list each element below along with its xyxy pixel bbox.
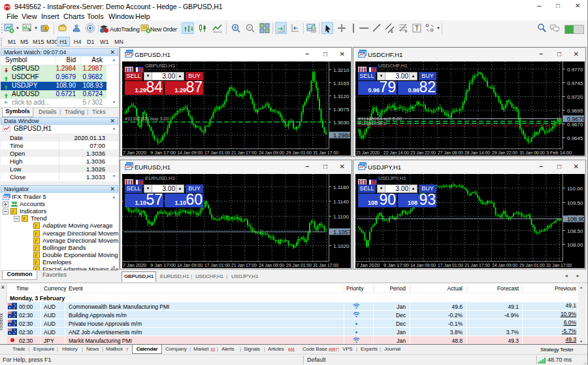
svg-text:0.9770: 0.9770 bbox=[567, 67, 583, 73]
svg-text:108.50: 108.50 bbox=[567, 228, 583, 234]
svg-text:1.1180: 1.1180 bbox=[333, 184, 349, 190]
svg-text:21 Jan 17:00: 21 Jan 17:00 bbox=[231, 262, 257, 268]
svg-text:29 Jan 01:00: 29 Jan 01:00 bbox=[519, 262, 545, 268]
svg-text:23 Jan 22:00: 23 Jan 22:00 bbox=[410, 150, 436, 156]
svg-text:7 Jan 2020: 7 Jan 2020 bbox=[123, 150, 146, 156]
svg-text:17 Jan 01:00: 17 Jan 01:00 bbox=[438, 262, 463, 268]
svg-text:1.3075: 1.3075 bbox=[333, 107, 350, 113]
svg-text:109.50: 109.50 bbox=[567, 200, 583, 206]
svg-text:0.9695: 0.9695 bbox=[567, 108, 583, 114]
svg-text:28 Jan 14:00: 28 Jan 14:00 bbox=[465, 150, 490, 156]
svg-text:27 Jan 06:00: 27 Jan 06:00 bbox=[438, 150, 463, 156]
svg-text:14 Jan 09:00: 14 Jan 09:00 bbox=[177, 262, 203, 268]
svg-text:1.2984: 1.2984 bbox=[333, 132, 351, 139]
svg-text:21 Jan 17:00: 21 Jan 17:00 bbox=[465, 262, 490, 268]
svg-text:$: $ bbox=[44, 26, 47, 31]
svg-text:1.1020: 1.1020 bbox=[333, 243, 350, 249]
svg-text:0.9645: 0.9645 bbox=[567, 135, 583, 141]
svg-text:F: F bbox=[405, 29, 408, 33]
svg-text:9 Jan 17:00: 9 Jan 17:00 bbox=[150, 150, 176, 156]
svg-text:108.90: 108.90 bbox=[567, 216, 585, 222]
svg-text:1.1057: 1.1057 bbox=[333, 229, 351, 235]
svg-text:31 Jan 17:00: 31 Jan 17:00 bbox=[546, 262, 572, 268]
svg-text:31 Jan 17:00: 31 Jan 17:00 bbox=[313, 150, 338, 156]
svg-text:1.3120: 1.3120 bbox=[333, 94, 350, 99]
svg-text:0.9745: 0.9745 bbox=[567, 80, 583, 86]
svg-text:E: E bbox=[391, 29, 393, 33]
svg-text:29 Jan 22:00: 29 Jan 22:00 bbox=[492, 150, 517, 156]
svg-text:24 Jan 09:00: 24 Jan 09:00 bbox=[259, 262, 284, 268]
svg-text:29 Jan 01:00: 29 Jan 01:00 bbox=[286, 150, 312, 156]
svg-text:29 Jan 01:00: 29 Jan 01:00 bbox=[286, 262, 312, 268]
svg-text:0.9679: 0.9679 bbox=[567, 116, 585, 122]
svg-text:14 Jan 09:00: 14 Jan 09:00 bbox=[177, 150, 203, 156]
svg-text:31 Jan 17:00: 31 Jan 17:00 bbox=[313, 262, 338, 268]
svg-text:1.3165: 1.3165 bbox=[333, 80, 350, 86]
svg-text:108.00: 108.00 bbox=[567, 242, 583, 248]
svg-text:1.1100: 1.1100 bbox=[333, 214, 349, 220]
svg-text:1.1140: 1.1140 bbox=[333, 199, 349, 205]
svg-text:1.3030: 1.3030 bbox=[333, 120, 350, 126]
svg-text:0.9720: 0.9720 bbox=[567, 94, 583, 100]
svg-text:T: T bbox=[415, 25, 419, 32]
svg-text:21 Jan 17:00: 21 Jan 17:00 bbox=[231, 150, 257, 156]
svg-text:22 Jan 14:00: 22 Jan 14:00 bbox=[384, 150, 409, 156]
svg-text:#11391956 b: #11391956 b bbox=[358, 120, 386, 126]
svg-text:110.00: 110.00 bbox=[567, 186, 583, 192]
svg-text:17 Jan 01:00: 17 Jan 01:00 bbox=[204, 150, 230, 156]
svg-text:7 Jan 2020: 7 Jan 2020 bbox=[123, 262, 146, 268]
svg-text:#11392303 buy 3.00: #11392303 buy 3.00 bbox=[125, 116, 169, 122]
svg-text:7 Jan 2020: 7 Jan 2020 bbox=[356, 262, 380, 268]
svg-text:1.3210: 1.3210 bbox=[333, 67, 350, 73]
svg-text:21 Jan 2020: 21 Jan 2020 bbox=[356, 150, 380, 156]
svg-text:9 Jan 17:00: 9 Jan 17:00 bbox=[150, 262, 176, 268]
svg-text:14 Jan 09:00: 14 Jan 09:00 bbox=[410, 262, 436, 268]
svg-text:3 Feb 14:00: 3 Feb 14:00 bbox=[546, 150, 572, 156]
svg-text:31 Jan 06:00: 31 Jan 06:00 bbox=[519, 150, 545, 156]
svg-text:24 Jan 09:00: 24 Jan 09:00 bbox=[259, 150, 284, 156]
svg-text:9 Jan 17:00: 9 Jan 17:00 bbox=[384, 262, 410, 268]
svg-text:24 Jan 09:00: 24 Jan 09:00 bbox=[492, 262, 517, 268]
svg-text:17 Jan 01:00: 17 Jan 01:00 bbox=[204, 262, 230, 268]
